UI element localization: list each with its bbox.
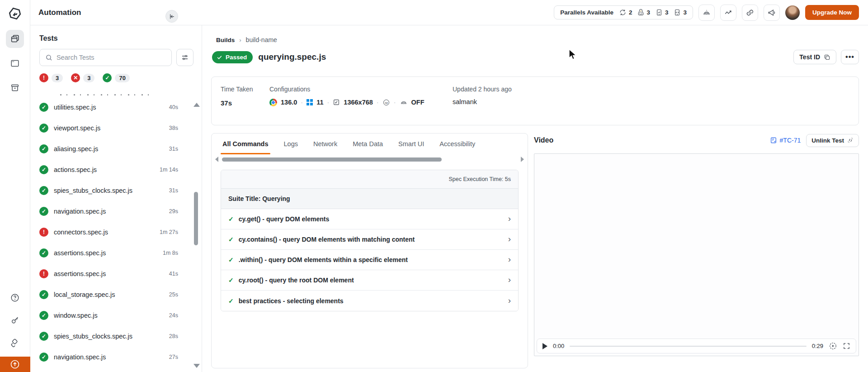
error-status-icon (39, 228, 48, 237)
app-root: Automation Parallels Available 2 (0, 0, 868, 372)
test-row[interactable]: spies_stubs_clocks.spec.js 28s (39, 326, 178, 347)
test-row[interactable]: assertions.spec.js 41s (39, 263, 178, 284)
topbar-right: Parallels Available 2 3 (554, 5, 859, 21)
test-row[interactable]: navigation.spec.js 27s (39, 347, 178, 367)
test-row[interactable]: local_storage.spec.js 25s (39, 284, 178, 305)
passed-status-icon (39, 124, 48, 133)
test-row[interactable]: utilities.spec.js 40s (39, 97, 178, 118)
errored-count: 3 (52, 74, 63, 82)
clipped-test-row (60, 92, 178, 97)
passed-status-icon (39, 165, 48, 174)
app-logo-icon[interactable] (7, 5, 23, 22)
configurations-label: Configurations (269, 86, 443, 93)
test-row[interactable]: navigation.spec.js 29s (39, 201, 178, 222)
command-row[interactable]: ✓ cy.root() - query the root DOM element… (221, 270, 518, 291)
rail-bottom (0, 289, 30, 372)
scroll-left-arrow[interactable] (215, 157, 218, 162)
command-row[interactable]: ✓ cy.contains() - query DOM elements wit… (221, 229, 518, 250)
tab-accessibility[interactable]: Accessibility (439, 134, 475, 154)
integrations-link-button[interactable] (742, 5, 758, 21)
play-button[interactable] (542, 343, 547, 349)
help-icon[interactable] (6, 289, 24, 307)
breadcrumb-builds[interactable]: Builds (216, 37, 235, 43)
resolution-icon (333, 99, 340, 106)
playback-speed-icon[interactable] (829, 342, 837, 350)
check-icon: ✓ (228, 277, 234, 284)
key-icon[interactable] (6, 311, 24, 329)
test-row[interactable]: actions.spec.js 1m 14s (39, 159, 178, 180)
test-row[interactable]: aliasing.spec.js 31s (39, 138, 178, 159)
user-avatar[interactable] (785, 5, 800, 20)
test-row[interactable]: window.spec.js 24s (39, 305, 178, 326)
tab-smart-ui[interactable]: Smart UI (398, 134, 424, 154)
tab-all-commands[interactable]: All Commands (222, 134, 269, 154)
test-case-link[interactable]: #TC-71 (770, 137, 801, 144)
scroll-right-arrow[interactable] (521, 157, 524, 162)
parallels-web: 2 (619, 9, 632, 16)
fullscreen-icon[interactable] (843, 342, 850, 350)
test-row[interactable]: viewport.spec.js 38s (39, 118, 178, 138)
topbar: Automation Parallels Available 2 (30, 0, 868, 25)
passed-status-icon (39, 207, 48, 216)
announcements-button[interactable] (764, 5, 780, 21)
cypress-icon: cy (382, 99, 390, 106)
passed-icon: ✓ (103, 73, 112, 82)
passed-status-icon (39, 186, 48, 195)
check-icon: ✓ (228, 215, 234, 223)
parallels-label: Parallels Available (560, 9, 613, 16)
parallels-real-device-count: 3 (665, 9, 669, 16)
test-row[interactable]: connectors.spec.js 1m 27s (39, 222, 178, 243)
analytics-button[interactable] (720, 5, 736, 21)
os-version: 11 (316, 99, 323, 106)
more-options-button[interactable]: ••• (841, 50, 859, 64)
scroll-up-arrow[interactable] (193, 103, 200, 107)
filter-button[interactable] (176, 49, 193, 66)
filter-errored[interactable]: ! 3 (39, 73, 63, 82)
gestures-button[interactable] (698, 5, 715, 21)
rail-item-builds[interactable] (6, 30, 24, 48)
rail-item-archive[interactable] (6, 79, 24, 97)
test-row[interactable]: assertions.spec.js 1m 8s (39, 243, 178, 263)
scroll-down-arrow[interactable] (193, 364, 200, 368)
passed-status-icon (39, 103, 48, 112)
rail-item-sessions[interactable] (6, 54, 24, 72)
check-icon: ✓ (228, 236, 234, 243)
video-progress-bar[interactable] (570, 346, 806, 347)
command-row[interactable]: ✓ best practices - selecting elements › (221, 291, 518, 311)
chevron-right-icon: › (508, 296, 511, 305)
rail-upgrade-button[interactable] (0, 357, 30, 372)
haptics-wave-icon (702, 8, 711, 17)
filter-failed[interactable]: ✕ 3 (71, 73, 94, 82)
filter-passed[interactable]: ✓ 70 (103, 73, 129, 82)
passed-count: 70 (115, 74, 129, 82)
passed-status-icon (39, 332, 48, 341)
tab-logs[interactable]: Logs (284, 134, 298, 154)
tests-panel-title: Tests (39, 34, 58, 43)
test-row[interactable]: spies_stubs_clocks.spec.js 31s (39, 180, 178, 201)
chevron-right-icon: › (508, 255, 511, 263)
configurations-row: 136.0 · 11 · 1366x768 · cy · (269, 98, 443, 106)
passed-status-icon (39, 144, 48, 153)
rail-nav (6, 30, 24, 97)
tab-meta-data[interactable]: Meta Data (353, 134, 383, 154)
status-badge: Passed (212, 51, 253, 63)
integrations-icon[interactable] (6, 334, 24, 352)
tab-network[interactable]: Network (313, 134, 337, 154)
unlink-test-button[interactable]: Unlink Test (806, 134, 859, 147)
command-row[interactable]: ✓ cy.get() - query DOM elements › (221, 209, 518, 229)
passed-status-icon (39, 311, 48, 320)
passed-status-icon (39, 248, 48, 258)
video-player[interactable]: 0:00 0:29 (534, 153, 859, 356)
search-input[interactable] (57, 54, 166, 61)
horizontal-scroll-thumb[interactable] (222, 157, 442, 162)
parallels-linux-count: 3 (646, 9, 650, 16)
horizontal-scroll-track[interactable] (221, 157, 518, 162)
tests-scrollbar-thumb[interactable] (194, 192, 198, 245)
upgrade-now-button[interactable]: Upgrade Now (805, 5, 859, 20)
test-info-card: Time Taken 37s Configurations 136.0 · 11… (211, 76, 859, 125)
command-row[interactable]: ✓ .within() - query DOM elements within … (221, 250, 518, 270)
test-id-button[interactable]: Test ID (793, 50, 836, 64)
tab-bar: All Commands Logs Network Meta Data Smar… (212, 134, 528, 154)
collapse-panel-button[interactable] (165, 10, 178, 23)
parallels-available-badge: Parallels Available 2 3 (554, 5, 693, 19)
